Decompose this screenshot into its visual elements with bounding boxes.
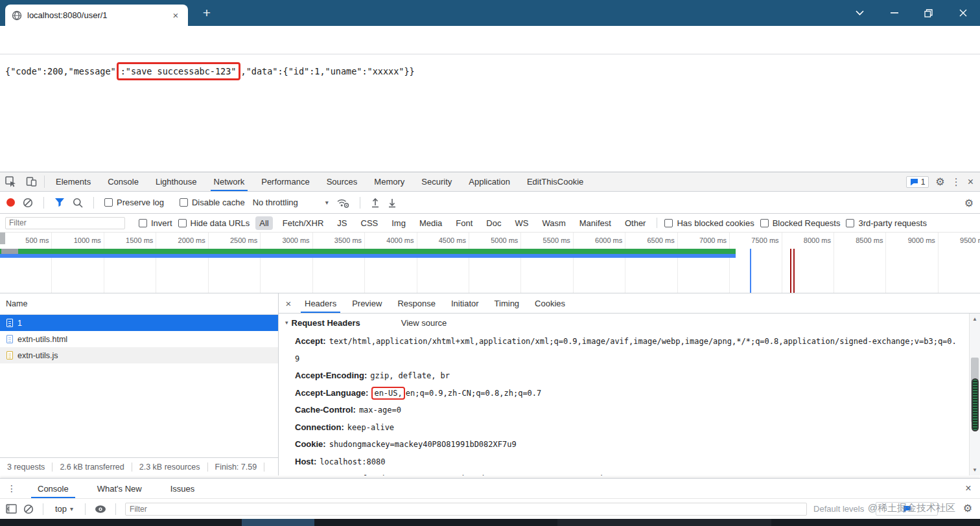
watermark-text: @稀土掘金技术社区 <box>868 502 955 514</box>
blocked-requests-checkbox[interactable]: Blocked Requests <box>760 218 841 228</box>
timeline-tick: 2500 ms <box>209 233 261 293</box>
network-settings-icon[interactable]: ⚙ <box>964 197 974 209</box>
request-type-filter[interactable]: Fetch/XHR <box>279 216 328 230</box>
devtools-tab[interactable]: Console <box>99 172 147 191</box>
preserve-log-label: Preserve log <box>117 198 164 207</box>
request-type-filter[interactable]: WS <box>511 216 532 230</box>
timeline-tick: 3500 ms <box>313 233 365 293</box>
timeline-tick-label: 9500 ms <box>960 236 980 244</box>
request-type-filter[interactable]: Wasm <box>538 216 569 230</box>
preserve-log-checkbox[interactable]: Preserve log <box>104 198 164 207</box>
eye-icon[interactable] <box>95 505 106 514</box>
javascript-context-dropdown[interactable]: top ▾ <box>52 504 76 514</box>
tab-close-icon[interactable]: × <box>170 10 181 21</box>
chevron-down-icon[interactable] <box>843 0 877 26</box>
new-tab-button[interactable]: + <box>197 4 216 23</box>
details-tab-label: Preview <box>352 299 382 308</box>
device-toolbar-icon[interactable] <box>21 172 41 191</box>
request-type-filter[interactable]: Other <box>621 216 650 230</box>
json-response-text: {"code":200,"message":"save successabc-1… <box>5 62 415 80</box>
header-value: max-age=0 <box>359 406 401 415</box>
request-type-filter[interactable]: JS <box>333 216 351 230</box>
devtools-settings-icon[interactable]: ⚙ <box>935 176 944 188</box>
request-type-filter[interactable]: Media <box>415 216 446 230</box>
details-tab[interactable]: Preview <box>344 293 390 313</box>
request-type-filter[interactable]: CSS <box>357 216 382 230</box>
timeline-tick: 2000 ms <box>156 233 208 293</box>
timeline-tick-label: 3500 ms <box>334 236 362 244</box>
devtools-tab[interactable]: Performance <box>253 172 318 191</box>
devtools-tab[interactable]: Elements <box>47 172 99 191</box>
request-headers-section: ▾ Request Headers View source <box>279 314 980 332</box>
devtools-tab[interactable]: Sources <box>318 172 366 191</box>
timeline-tick-label: 9000 ms <box>908 236 935 244</box>
drawer-tab[interactable]: What's New <box>83 479 156 498</box>
details-tab[interactable]: Response <box>390 293 443 313</box>
restore-icon[interactable] <box>911 0 946 26</box>
view-source-link[interactable]: View source <box>401 318 447 328</box>
section-title[interactable]: Request Headers <box>292 318 360 328</box>
network-filter-input[interactable] <box>5 217 125 229</box>
drawer-tab[interactable]: Console <box>23 479 83 498</box>
request-row[interactable]: extn-utils.js <box>0 347 278 363</box>
clear-console-icon[interactable] <box>23 504 34 514</box>
details-tab[interactable]: Cookies <box>527 293 573 313</box>
request-table-header[interactable]: Name <box>0 293 278 315</box>
drawer-tab[interactable]: Issues <box>156 479 209 498</box>
timeline-tick: 8500 ms <box>834 233 886 293</box>
devtools-tab[interactable]: Network <box>205 172 253 191</box>
details-tab[interactable]: Headers <box>297 293 344 313</box>
has-blocked-cookies-checkbox[interactable]: Has blocked cookies <box>664 218 754 228</box>
devtools-tab[interactable]: EditThisCookie <box>519 172 592 191</box>
details-tab[interactable]: Timing <box>487 293 528 313</box>
request-type-filter[interactable]: All <box>255 216 272 230</box>
third-party-requests-checkbox[interactable]: 3rd-party requests <box>846 218 927 228</box>
devtools-tab[interactable]: Security <box>413 172 460 191</box>
request-type-label: CSS <box>361 218 379 228</box>
clear-icon[interactable] <box>23 198 33 208</box>
network-conditions-icon[interactable] <box>336 198 349 208</box>
console-filter-input[interactable] <box>125 503 807 516</box>
request-type-filter[interactable]: Doc <box>482 216 505 230</box>
scroll-up-icon[interactable]: ▲ <box>970 316 980 322</box>
details-tab-label: Headers <box>305 299 336 308</box>
invert-checkbox[interactable]: Invert <box>139 218 172 228</box>
details-scrollbar[interactable]: ▲ ▼ <box>969 314 980 475</box>
request-type-filter[interactable]: Manifest <box>576 216 615 230</box>
minimize-icon[interactable] <box>877 0 911 26</box>
request-type-filter[interactable]: Img <box>388 216 410 230</box>
export-har-icon[interactable] <box>388 198 397 208</box>
hide-data-urls-checkbox[interactable]: Hide data URLs <box>178 218 250 228</box>
request-row[interactable]: 1 <box>0 315 278 331</box>
network-overview-timeline[interactable]: 500 ms 1000 ms 1500 ms 2000 ms 2500 ms 3… <box>0 233 980 293</box>
console-settings-icon[interactable]: ⚙ <box>963 502 972 514</box>
throttling-dropdown[interactable]: No throttling ▾ <box>253 198 329 207</box>
search-icon[interactable] <box>73 198 83 208</box>
disclosure-triangle-icon[interactable]: ▾ <box>285 319 288 326</box>
request-type-filter[interactable]: Font <box>452 216 476 230</box>
issues-counter[interactable]: 1 <box>906 176 929 188</box>
scroll-down-icon[interactable]: ▼ <box>970 467 980 473</box>
network-filter-bar: Invert Hide data URLs All Fetch/XHR JS C… <box>0 214 980 233</box>
import-har-icon[interactable] <box>371 198 380 208</box>
close-details-icon[interactable]: × <box>280 293 297 313</box>
disable-cache-checkbox[interactable]: Disable cache <box>180 198 245 207</box>
devtools-tabbar: Elements Console Lighthouse Network Perf… <box>0 172 980 192</box>
filter-funnel-icon[interactable] <box>54 198 65 207</box>
drawer-menu-icon[interactable]: ⋮ <box>0 479 23 498</box>
close-drawer-icon[interactable]: × <box>957 479 980 498</box>
details-tab[interactable]: Initiator <box>443 293 487 313</box>
devtools-tab[interactable]: Lighthouse <box>147 172 205 191</box>
devtools-close-icon[interactable]: × <box>968 176 974 188</box>
devtools-tab[interactable]: Application <box>460 172 519 191</box>
load-event-marker <box>790 249 795 293</box>
log-levels-dropdown[interactable]: Default levels <box>813 504 864 514</box>
devtools-menu-icon[interactable]: ⋮ <box>951 176 961 188</box>
devtools-tab[interactable]: Memory <box>366 172 413 191</box>
inspect-element-icon[interactable] <box>0 172 21 191</box>
record-button[interactable] <box>6 198 15 207</box>
browser-tab[interactable]: localhost:8080/user/1 × <box>5 5 188 26</box>
close-window-icon[interactable] <box>946 0 980 26</box>
request-row[interactable]: extn-utils.html <box>0 331 278 347</box>
console-sidebar-icon[interactable] <box>6 504 17 514</box>
